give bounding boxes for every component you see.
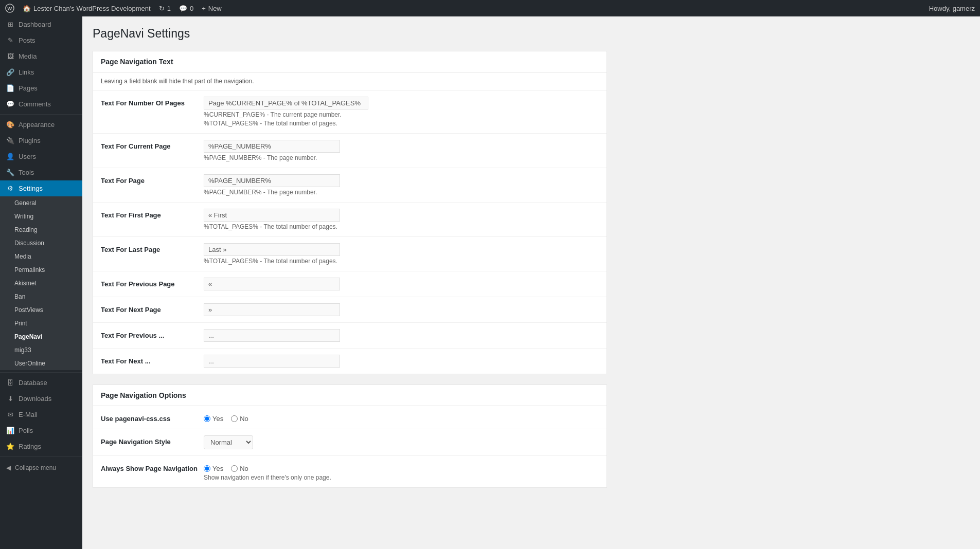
- field-label-last-page: Text For Last Page: [101, 243, 204, 253]
- sidebar-item-settings[interactable]: ⚙ Settings General Writing Reading Discu…: [0, 180, 82, 370]
- sidebar-label-ratings: Ratings: [19, 443, 41, 450]
- posts-icon: ✎: [6, 36, 14, 44]
- collapse-menu-item[interactable]: ◀ Collapse menu: [0, 459, 82, 477]
- input-prev-dots[interactable]: [204, 329, 340, 342]
- nav-text-section: Page Navigation Text Leaving a field bla…: [93, 51, 607, 374]
- tools-icon: 🔧: [6, 169, 14, 176]
- sidebar-item-polls[interactable]: 📊 Polls: [0, 423, 82, 438]
- sub-item-general[interactable]: General: [0, 196, 82, 210]
- field-label-current-page: Text For Current Page: [101, 140, 204, 150]
- comments-menu-icon: 💬: [6, 100, 14, 108]
- field-label-number-of-pages: Text For Number Of Pages: [101, 97, 204, 107]
- nav-options-heading: Page Navigation Options: [93, 385, 607, 406]
- sidebar-label-settings: Settings: [19, 185, 43, 192]
- sub-item-useronline[interactable]: UserOnline: [0, 357, 82, 370]
- sub-item-ban[interactable]: Ban: [0, 290, 82, 303]
- sub-item-reading[interactable]: Reading: [0, 223, 82, 236]
- field-row-first-page: Text For First Page %TOTAL_PAGES% - The …: [93, 203, 607, 237]
- sidebar-label-plugins: Plugins: [19, 137, 41, 144]
- select-nav-style[interactable]: Normal Fancy: [204, 435, 253, 449]
- sub-label-ban: Ban: [0, 290, 82, 303]
- sub-item-postviews[interactable]: PostViews: [0, 303, 82, 317]
- sidebar-label-users: Users: [19, 153, 36, 160]
- field-value-use-css: Yes No: [204, 412, 599, 423]
- plugins-icon: 🔌: [6, 137, 14, 144]
- radio-always-show-yes[interactable]: Yes: [204, 465, 223, 472]
- sidebar-item-tools[interactable]: 🔧 Tools: [0, 164, 82, 180]
- new-icon: +: [202, 5, 206, 12]
- radio-use-css-no[interactable]: No: [231, 415, 248, 423]
- field-label-use-css: Use pagenavi-css.css: [101, 412, 204, 423]
- input-first-page[interactable]: [204, 209, 340, 222]
- radio-input-use-css-yes[interactable]: [204, 415, 210, 422]
- radio-input-use-css-no[interactable]: [231, 415, 238, 422]
- email-icon: ✉: [6, 411, 14, 418]
- database-icon: 🗄: [6, 379, 14, 387]
- sidebar-item-appearance[interactable]: 🎨 Appearance: [0, 117, 82, 133]
- radio-use-css-yes[interactable]: Yes: [204, 415, 223, 423]
- field-label-prev-page: Text For Previous Page: [101, 278, 204, 288]
- hint-page-1: %PAGE_NUMBER% - The page number.: [204, 189, 599, 196]
- collapse-icon: ◀: [6, 464, 11, 471]
- comments-item[interactable]: 💬 0: [179, 5, 193, 12]
- input-number-of-pages[interactable]: [204, 97, 368, 109]
- sub-item-media[interactable]: Media: [0, 250, 82, 263]
- sub-item-print[interactable]: Print: [0, 317, 82, 330]
- input-prev-page[interactable]: [204, 278, 340, 290]
- page-title: PageNavi Settings: [93, 27, 607, 41]
- field-value-first-page: %TOTAL_PAGES% - The total number of page…: [204, 209, 599, 230]
- field-value-next-page: [204, 303, 599, 316]
- updates-item[interactable]: ↻ 1: [159, 5, 171, 12]
- sidebar-label-comments: Comments: [19, 100, 51, 108]
- sub-item-permalinks[interactable]: Permalinks: [0, 263, 82, 277]
- sidebar-item-links[interactable]: 🔗 Links: [0, 64, 82, 80]
- sub-item-mig33[interactable]: mig33: [0, 343, 82, 357]
- sidebar-item-ratings[interactable]: ⭐ Ratings: [0, 438, 82, 454]
- sidebar-item-pages[interactable]: 📄 Pages: [0, 80, 82, 96]
- settings-submenu: General Writing Reading Discussion Media…: [0, 196, 82, 370]
- nav-text-heading: Page Navigation Text: [93, 51, 607, 72]
- sidebar-item-media[interactable]: 🖼 Media: [0, 48, 82, 64]
- field-row-nav-style: Page Navigation Style Normal Fancy: [93, 429, 607, 456]
- field-row-current-page: Text For Current Page %PAGE_NUMBER% - Th…: [93, 134, 607, 168]
- new-label: New: [208, 5, 222, 12]
- sidebar-item-posts[interactable]: ✎ Posts: [0, 32, 82, 48]
- radio-always-show-no[interactable]: No: [231, 465, 248, 472]
- sub-item-pagenavi[interactable]: PageNavi: [0, 330, 82, 343]
- sub-label-reading: Reading: [0, 223, 82, 236]
- sidebar-item-downloads[interactable]: ⬇ Downloads: [0, 391, 82, 407]
- sidebar-item-users[interactable]: 👤 Users: [0, 149, 82, 164]
- downloads-icon: ⬇: [6, 395, 14, 402]
- radio-input-always-show-no[interactable]: [231, 465, 238, 472]
- sub-label-print: Print: [0, 317, 82, 330]
- radio-input-always-show-yes[interactable]: [204, 465, 210, 472]
- field-label-first-page: Text For First Page: [101, 209, 204, 219]
- input-last-page[interactable]: [204, 243, 340, 256]
- sub-label-useronline: UserOnline: [0, 357, 82, 370]
- field-row-number-of-pages: Text For Number Of Pages %CURRENT_PAGE% …: [93, 90, 607, 134]
- wp-logo-item[interactable]: W: [5, 4, 14, 13]
- sub-item-writing[interactable]: Writing: [0, 210, 82, 223]
- appearance-icon: 🎨: [6, 121, 14, 129]
- hint-always-show: Show navigation even if there's only one…: [204, 474, 599, 481]
- field-label-prev-dots: Text For Previous ...: [101, 329, 204, 339]
- sub-item-discussion[interactable]: Discussion: [0, 236, 82, 250]
- input-next-page[interactable]: [204, 303, 340, 316]
- sidebar-item-dashboard[interactable]: ⊞ Dashboard: [0, 16, 82, 32]
- new-item[interactable]: + New: [202, 5, 222, 12]
- input-page[interactable]: [204, 174, 340, 187]
- sidebar-label-tools: Tools: [19, 169, 34, 176]
- sidebar-item-plugins[interactable]: 🔌 Plugins: [0, 133, 82, 149]
- sidebar-item-database[interactable]: 🗄 Database: [0, 375, 82, 391]
- sub-item-akismet[interactable]: Akismet: [0, 277, 82, 290]
- links-icon: 🔗: [6, 68, 14, 76]
- sidebar-item-email[interactable]: ✉ E-Mail: [0, 407, 82, 423]
- input-current-page[interactable]: [204, 140, 340, 153]
- sidebar-label-downloads: Downloads: [19, 395, 51, 402]
- sidebar-item-comments[interactable]: 💬 Comments: [0, 96, 82, 112]
- sidebar: ⊞ Dashboard ✎ Posts 🖼 Media 🔗 Links 📄: [0, 16, 82, 549]
- site-name: Lester Chan's WordPress Development: [33, 5, 151, 12]
- site-name-item[interactable]: 🏠 Lester Chan's WordPress Development: [23, 5, 151, 12]
- sidebar-label-links: Links: [19, 68, 34, 76]
- input-next-dots[interactable]: [204, 355, 340, 368]
